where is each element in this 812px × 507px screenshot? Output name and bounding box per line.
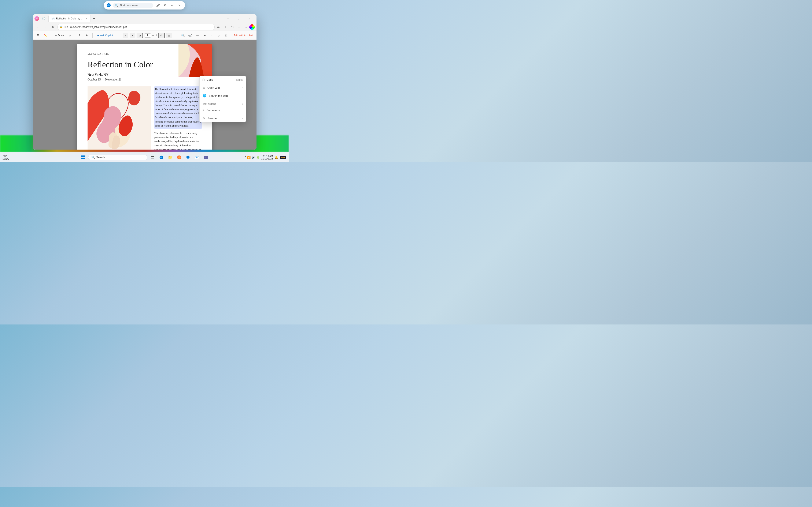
copy-shortcut: Ctrl+C (236, 78, 243, 81)
pdf-left-col (88, 87, 151, 150)
pdf-draw-btn[interactable]: ✏ Draw (53, 33, 65, 38)
tray-chevron[interactable]: ^ (245, 156, 246, 159)
active-tab[interactable]: 📄 Reflection in Color by Maya Lark... ✕ (48, 15, 91, 22)
context-menu: ⎘ Copy Ctrl+C ⊞ Open with › 🌐 Search the… (199, 76, 246, 122)
pdf-annotate-btn[interactable]: ✏️ (42, 33, 49, 38)
taskbar-edge-btn[interactable] (184, 154, 192, 161)
search-web-label: Search the web (209, 94, 243, 97)
pdf-comment-btn[interactable]: 💬 (187, 32, 194, 39)
context-menu-copy[interactable]: ⎘ Copy Ctrl+C (200, 76, 246, 83)
edit-acrobat-btn[interactable]: Edit with Acrobat (232, 33, 254, 38)
svg-rect-5 (81, 158, 83, 159)
start-btn[interactable] (79, 154, 87, 161)
taskbar-explorer-btn[interactable]: 📁 (166, 154, 174, 161)
tab-close-btn[interactable]: ✕ (86, 17, 88, 20)
tray-battery-icon[interactable]: 🔋 (256, 156, 259, 159)
pdf-shapes-btn[interactable]: ◇ (67, 33, 72, 38)
tray-volume-icon[interactable]: 🔊 (251, 156, 255, 159)
close-btn[interactable]: ✕ (244, 15, 254, 22)
draw-label: Draw (58, 34, 64, 37)
zoom-out-btn[interactable]: − (123, 33, 129, 38)
selected-text-block: The illustration features rounded forms … (154, 87, 202, 129)
favorites-btn[interactable]: ☆ (222, 24, 229, 30)
window-controls: — □ ✕ (223, 15, 254, 22)
minimize-btn[interactable]: — (223, 15, 233, 22)
taskbar-files-btn[interactable]: 🗃 (149, 154, 156, 161)
svg-rect-6 (83, 158, 85, 159)
settings-btn[interactable]: ⚙ (162, 2, 168, 8)
find-input-area[interactable]: 🔍 (113, 3, 153, 8)
context-menu-summarize[interactable]: ≡ Summarize (200, 106, 246, 114)
pdf-settings-btn[interactable]: ⚙ (223, 32, 230, 39)
rewrite-icon: ✎ (203, 116, 205, 120)
history-btn[interactable]: 🕐 (40, 15, 47, 22)
address-text: File | C:/Users/Onedrive/s_izza/lovegive… (64, 25, 212, 29)
close-findbar-btn[interactable]: ✕ (176, 2, 183, 8)
notification-btn[interactable]: 🔔 (274, 156, 278, 159)
summarize-label: Summarize (207, 109, 243, 112)
more-tools-btn[interactable]: ··· (243, 24, 249, 30)
browser-essentials-btn[interactable]: ⬡ (229, 24, 235, 30)
fit-page-btn[interactable]: ⊡ (137, 33, 143, 38)
read-aloud-btn[interactable]: Aᵥ (215, 24, 222, 30)
system-clock[interactable]: 11:19 AM 11/19/2024 (261, 155, 273, 160)
taskbar-browser-btn[interactable] (158, 154, 165, 161)
text-actions-info[interactable]: ℹ (242, 103, 243, 105)
pdf-textformat-btn[interactable]: Aa (84, 33, 90, 38)
pdf-search-btn[interactable]: 🔍 (180, 32, 186, 39)
forward-btn[interactable]: → (42, 24, 49, 31)
tray-network-icon[interactable]: 📶 (247, 156, 251, 159)
pdf-right-tools: 🔍 💬 ✏ ✒ ↑ ⤢ ⚙ Edit with Acrobat (180, 32, 254, 39)
zoom-in-btn[interactable]: + (130, 33, 135, 38)
refresh-btn[interactable]: ↻ (50, 24, 56, 31)
rotate-btn[interactable]: ↺ (158, 33, 164, 38)
taskbar-app1-btn[interactable] (175, 154, 183, 161)
pdf-two-col: The illustration features rounded forms … (88, 87, 202, 150)
weather-temp: 78°F (3, 155, 8, 158)
microphone-btn[interactable]: 🎤 (155, 2, 161, 8)
pdf-share-btn[interactable]: ↑ (209, 32, 215, 39)
draw-icon: ✏ (55, 34, 57, 37)
profile-avatar[interactable]: M (35, 16, 39, 21)
more-options-btn[interactable]: ··· (169, 2, 175, 8)
context-menu-search-web[interactable]: 🌐 Search the web (200, 92, 246, 100)
new-tab-btn[interactable]: + (91, 16, 97, 21)
tab-favicon: 📄 (51, 17, 55, 20)
ask-copilot-btn[interactable]: ✦ Ask Copilot (95, 33, 115, 38)
back-btn[interactable]: ← (35, 24, 41, 31)
maximize-btn[interactable]: □ (234, 15, 243, 22)
copy-icon: ⎘ (203, 78, 204, 81)
page-layout-btn[interactable]: ▤ (166, 33, 172, 38)
taskbar-search[interactable]: 🔍 Search (88, 155, 147, 160)
taskbar-teams-btn[interactable]: T (202, 154, 210, 161)
find-on-screen-input[interactable] (119, 4, 151, 7)
context-menu-rewrite[interactable]: ✎ Rewrite › (200, 114, 246, 122)
pdf-page-controls: − + ⊡ of 1 ↺ ▤ (123, 33, 172, 38)
context-menu-open-with[interactable]: ⊞ Open with › (200, 83, 246, 92)
pdf-fullscreen-btn[interactable]: ⤢ (216, 32, 222, 39)
pdf-highlight-btn[interactable]: ✏ (194, 32, 201, 39)
page-number-input[interactable] (144, 34, 151, 38)
open-with-label: Open with (207, 86, 240, 89)
browser-window: M 🕐 📄 Reflection in Color by Maya Lark..… (33, 14, 256, 150)
tray-icons: ^ 📶 🔊 🔋 (245, 156, 260, 159)
address-bar[interactable]: 🔒 File | C:/Users/Onedrive/s_izza/lovegi… (57, 24, 215, 30)
weather-widget[interactable]: 78°F Sunny (3, 155, 9, 160)
taskbar-right: ^ 📶 🔊 🔋 11:19 AM 11/19/2024 🔔 XDA (245, 155, 286, 160)
separator-2 (74, 34, 75, 38)
taskbar-mail-btn[interactable]: 📧 (193, 154, 201, 161)
annotate-icon: ✏️ (44, 34, 47, 37)
open-with-arrow: › (242, 87, 243, 89)
text-icon: A (79, 34, 80, 37)
sidebar-icon: ☰ (37, 34, 39, 37)
collections-btn[interactable]: + (236, 24, 242, 30)
address-bar-row: ← → ↻ 🔒 File | C:/Users/Onedrive/s_izza/… (33, 23, 256, 31)
separator-3 (92, 34, 93, 38)
separator-1 (51, 34, 51, 38)
text-actions-label: Text actions (203, 103, 216, 105)
pdf-sign-btn[interactable]: ✒ (202, 32, 208, 39)
tab-bar: 📄 Reflection in Color by Maya Lark... ✕ … (48, 15, 222, 22)
pdf-sidebar-btn[interactable]: ☰ (35, 33, 41, 38)
summarize-icon: ≡ (203, 108, 204, 112)
pdf-text-btn[interactable]: A (77, 33, 82, 38)
